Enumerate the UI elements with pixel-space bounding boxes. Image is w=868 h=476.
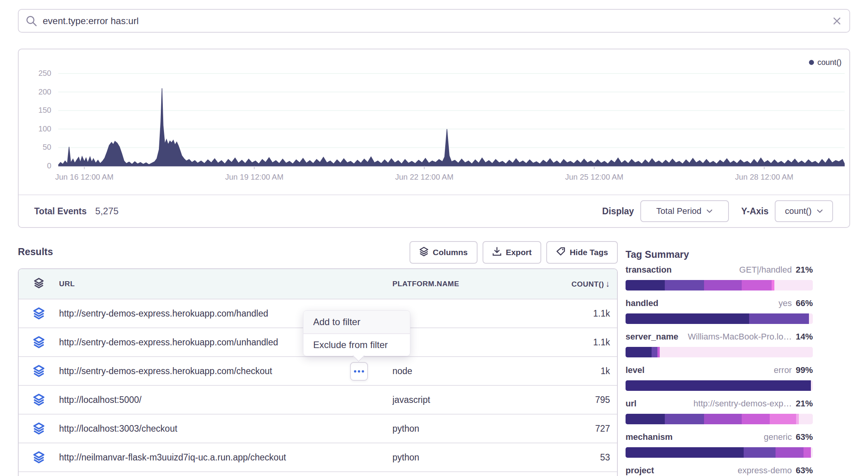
url-cell[interactable]: http://sentry-demos-express.herokuapp.co… <box>59 366 392 376</box>
tag-row: server_nameWilliams-MacBook-Pro.lo…14% <box>626 332 813 357</box>
count-cell: 795 <box>559 395 617 405</box>
tag-percentage: 99% <box>796 365 813 375</box>
y-axis-tick-label: 0 <box>19 161 51 170</box>
stack-icon <box>19 336 59 348</box>
hide-tags-button-label: Hide Tags <box>570 248 608 257</box>
tag-summary-title: Tag Summary <box>626 249 813 260</box>
stack-icon <box>19 365 59 377</box>
stack-icon <box>19 278 59 290</box>
download-icon <box>492 247 502 258</box>
tag-row: projectexpress-demo63% <box>626 466 813 476</box>
tag-top-value: express-demo <box>738 466 792 475</box>
y-axis-tick-label: 250 <box>19 69 51 78</box>
tag-summary-list: transactionGET|/handled21%handledyes66%s… <box>626 265 813 476</box>
platform-cell: node <box>392 366 559 376</box>
tag-distribution-bar[interactable] <box>626 347 813 357</box>
tag-top-value: generic <box>764 432 792 442</box>
total-events-label: Total Events <box>34 206 87 217</box>
table-row[interactable]: http://localhost:5000/javascript795 <box>19 385 617 414</box>
x-axis-tick-label: Jun 19 12:00 AM <box>223 173 286 182</box>
url-cell[interactable]: http://localhost:5000/ <box>59 395 392 405</box>
tag-top-value: Williams-MacBook-Pro.lo… <box>688 332 792 341</box>
tag-name: handled <box>626 298 658 308</box>
table-row[interactable]: http://localhost:3003/checkoutpython727 <box>19 414 617 443</box>
tag-distribution-bar[interactable] <box>626 280 813 290</box>
search-bar <box>18 9 850 33</box>
tag-percentage: 63% <box>796 432 813 442</box>
results-toolbar: Columns Export Hide Tags <box>410 241 618 264</box>
platform-cell: python <box>392 452 559 463</box>
tag-percentage: 21% <box>796 265 813 275</box>
stack-icon <box>419 247 429 259</box>
results-table: URL PLATFORM.NAME COUNT()↓ http://sentry… <box>18 268 618 476</box>
tag-distribution-bar[interactable] <box>626 313 813 324</box>
hide-tags-button[interactable]: Hide Tags <box>546 241 618 264</box>
more-actions-button[interactable] <box>350 362 368 381</box>
tag-top-value: GET|/handled <box>739 265 792 275</box>
sort-descending-icon: ↓ <box>606 279 610 289</box>
column-header-platform[interactable]: PLATFORM.NAME <box>392 280 559 288</box>
tag-row: urlhttp://sentry-demos-exp…21% <box>626 399 813 424</box>
export-button[interactable]: Export <box>483 241 542 264</box>
search-icon <box>26 15 37 27</box>
chevron-down-icon <box>817 209 823 213</box>
tag-top-value: yes <box>779 298 792 308</box>
tag-percentage: 21% <box>796 399 813 408</box>
y-axis-tick-label: 150 <box>19 106 51 115</box>
table-row[interactable]: http://neilmanvar-flask-m3uuizd7iq-uc.a.… <box>19 443 617 471</box>
table-row[interactable]: http://sentry-demos-express.herokuapp.co… <box>19 356 617 385</box>
platform-cell: javascript <box>392 395 559 405</box>
y-axis-tick-label: 100 <box>19 124 51 133</box>
cell-actions-menu: Add to filter Exclude from filter <box>303 310 410 356</box>
tag-distribution-bar[interactable] <box>626 380 813 391</box>
display-dropdown-value: Total Period <box>656 206 701 216</box>
display-dropdown[interactable]: Total Period <box>640 200 729 222</box>
export-button-label: Export <box>506 248 532 257</box>
tag-name: transaction <box>626 265 672 275</box>
chart-footer: Total Events 5,275 Display Total Period … <box>19 194 849 227</box>
table-row <box>19 471 617 476</box>
count-cell: 727 <box>559 424 617 434</box>
tag-name: project <box>626 466 654 476</box>
search-input[interactable] <box>43 16 832 26</box>
url-cell[interactable]: http://localhost:3003/checkout <box>59 424 392 434</box>
columns-button-label: Columns <box>433 248 468 257</box>
column-header-url[interactable]: URL <box>59 280 392 288</box>
y-axis-tick-label: 200 <box>19 88 51 96</box>
yaxis-label: Y-Axis <box>741 206 769 217</box>
url-cell[interactable]: http://neilmanvar-flask-m3uuizd7iq-uc.a.… <box>59 452 392 463</box>
count-cell: 1.1k <box>559 308 617 319</box>
yaxis-dropdown-value: count() <box>785 206 811 216</box>
tag-summary-panel: Tag Summary transactionGET|/handled21%ha… <box>626 249 813 476</box>
x-axis-tick-label: Jun 25 12:00 AM <box>563 173 625 182</box>
count-cell: 1.1k <box>559 337 617 348</box>
tag-row: levelerror99% <box>626 365 813 391</box>
yaxis-dropdown[interactable]: count() <box>775 200 833 222</box>
stack-icon <box>19 451 59 464</box>
columns-button[interactable]: Columns <box>410 241 478 264</box>
count-cell: 53 <box>559 452 617 463</box>
tag-row: transactionGET|/handled21% <box>626 265 813 290</box>
tag-distribution-bar[interactable] <box>626 414 813 424</box>
column-header-count[interactable]: COUNT()↓ <box>559 279 617 289</box>
stack-icon <box>19 307 59 320</box>
x-axis-tick-label: Jun 22 12:00 AM <box>393 173 455 182</box>
tag-distribution-bar[interactable] <box>626 447 813 458</box>
total-events-value: 5,275 <box>95 206 119 217</box>
tag-name: mechanism <box>626 432 673 442</box>
tag-top-value: error <box>774 365 792 375</box>
chevron-down-icon <box>706 209 713 213</box>
discover-page: count() 050100150200250 Jun 16 12:00 AMJ… <box>0 0 868 476</box>
tag-row: handledyes66% <box>626 298 813 324</box>
tag-percentage: 14% <box>796 332 813 341</box>
y-axis-tick-label: 50 <box>19 143 51 152</box>
x-axis-tick-label: Jun 16 12:00 AM <box>53 173 115 182</box>
results-table-header: URL PLATFORM.NAME COUNT()↓ <box>19 269 617 299</box>
tag-percentage: 66% <box>796 298 813 308</box>
event-count-area-chart[interactable] <box>58 63 845 170</box>
add-to-filter-menu-item[interactable]: Add to filter <box>303 311 410 333</box>
count-cell: 1k <box>559 366 617 376</box>
tag-row: mechanismgeneric63% <box>626 432 813 458</box>
tag-percentage: 63% <box>796 466 813 475</box>
clear-search-icon[interactable] <box>832 16 842 26</box>
